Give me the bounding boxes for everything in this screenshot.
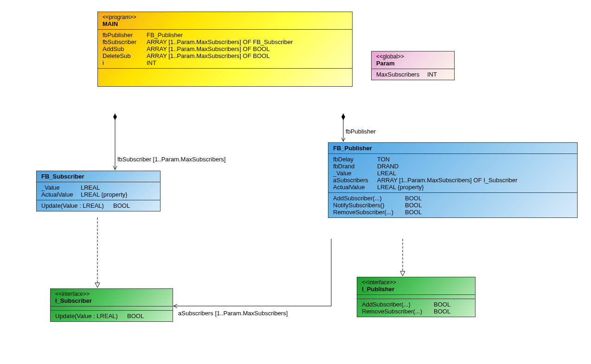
stereotype: <<interface>> [55, 291, 168, 297]
method-ret: BOOL [434, 308, 450, 315]
attr-row: fbDrandDRAND [333, 163, 572, 170]
stereotype: <<global>> [376, 53, 450, 60]
stereotype: <<program>> [103, 14, 347, 20]
class-header: <<program>> MAIN [98, 12, 352, 30]
attr-name: fbPublisher [103, 32, 147, 38]
class-name: I_Publisher [362, 286, 470, 293]
attr-type: LREAL [377, 170, 396, 177]
attr-type: ARRAY [1..Param.MaxSubscribers] OF BOOL [147, 52, 270, 59]
method-row: NotifySubscribers()BOOL [333, 202, 572, 209]
attr-name: _Value [41, 184, 81, 191]
method-ret: BOOL [405, 195, 422, 202]
class-name: MAIN [103, 20, 347, 27]
attr-row: DeleteSubARRAY [1..Param.MaxSubscribers]… [103, 52, 347, 59]
methods: Update(Value : LREAL)BOOL [37, 200, 160, 211]
attr-type: INT [147, 59, 156, 66]
method-row: AddSubscriber(...)BOOL [333, 195, 572, 202]
methods: AddSubscriber(...)BOOL NotifySubscribers… [328, 193, 577, 217]
class-fb-subscriber: FB_Subscriber _ValueLREAL ActualValueLRE… [36, 171, 161, 211]
attr-type: ARRAY [1..Param.MaxSubscribers] OF FB_Su… [147, 38, 293, 45]
class-i-publisher: <<interface>> I_Publisher AddSubscriber(… [357, 277, 475, 317]
attributes [357, 295, 475, 299]
label-fbsubscriber: fbSubscriber [1..Param.MaxSubscribers] [117, 156, 225, 163]
attributes: _ValueLREAL ActualValueLREAL {property} [37, 182, 160, 200]
attr-row: ActualValueLREAL {property} [333, 184, 572, 191]
method-ret: BOOL [405, 202, 422, 209]
method-ret: BOOL [405, 209, 422, 216]
attr-name: fbDelay [333, 156, 377, 163]
attr-type: DRAND [377, 163, 398, 170]
class-name: I_Subscriber [55, 297, 168, 304]
class-main: <<program>> MAIN fbPublisherFB_Publisher… [97, 12, 353, 87]
attr-name: MaxSubscribers [376, 71, 427, 78]
methods: Update(Value : LREAL)BOOL [51, 311, 173, 321]
attr-name: ActualValue [41, 191, 81, 198]
method-name: Update(Value : LREAL) [55, 313, 127, 319]
attr-row: MaxSubscribersINT [376, 71, 450, 78]
class-fb-publisher: FB_Publisher fbDelayTON fbDrandDRAND _Va… [328, 142, 578, 218]
attr-row: fbDelayTON [333, 156, 572, 163]
attr-name: aSubscribers [333, 177, 377, 184]
class-name: Param [376, 60, 450, 67]
attr-type: ARRAY [1..Param.MaxSubscribers] OF I_Sub… [377, 177, 517, 184]
attributes: fbPublisherFB_Publisher fbSubscriberARRA… [98, 30, 352, 69]
method-ret: BOOL [113, 202, 130, 209]
method-row: RemoveSubscriber(...)BOOL [333, 209, 572, 216]
method-name: RemoveSubscriber(...) [333, 209, 405, 216]
attr-type: ARRAY [1..Param.MaxSubscribers] OF BOOL [147, 45, 270, 52]
attr-name: ActualValue [333, 184, 377, 191]
method-row: AddSubscriber(...)BOOL [362, 301, 470, 308]
class-header: FB_Subscriber [37, 171, 160, 182]
class-name: FB_Publisher [333, 145, 572, 152]
method-ret: BOOL [127, 313, 144, 319]
method-ret: BOOL [434, 301, 450, 308]
class-param: <<global>> Param MaxSubscribersINT [371, 51, 455, 80]
attr-row: fbSubscriberARRAY [1..Param.MaxSubscribe… [103, 38, 347, 45]
attr-type: FB_Publisher [147, 32, 183, 38]
label-asubscribers: aSubscribers [1..Param.MaxSubscribers] [178, 310, 288, 317]
method-row: Update(Value : LREAL)BOOL [41, 202, 155, 209]
class-name: FB_Subscriber [41, 173, 155, 180]
stereotype: <<interface>> [362, 279, 470, 286]
method-row: Update(Value : LREAL)BOOL [55, 313, 168, 319]
method-name: NotifySubscribers() [333, 202, 405, 209]
attr-row: aSubscribersARRAY [1..Param.MaxSubscribe… [333, 177, 572, 184]
method-name: AddSubscriber(...) [333, 195, 405, 202]
method-name: AddSubscriber(...) [362, 301, 434, 308]
attr-name: _Value [333, 170, 377, 177]
class-i-subscriber: <<interface>> I_Subscriber Update(Value … [50, 288, 173, 322]
method-row: RemoveSubscriber(...)BOOL [362, 308, 470, 315]
methods [98, 69, 352, 86]
attr-type: LREAL {property} [81, 191, 128, 198]
attr-type: INT [427, 71, 437, 78]
attr-row: ActualValueLREAL {property} [41, 191, 155, 198]
attr-row: AddSubARRAY [1..Param.MaxSubscribers] OF… [103, 45, 347, 52]
label-fbpublisher: fbPublisher [346, 128, 376, 135]
attr-type: LREAL {property} [377, 184, 424, 191]
attr-name: i [103, 59, 147, 66]
attr-row: _ValueLREAL [41, 184, 155, 191]
attributes: MaxSubscribersINT [372, 69, 454, 80]
attributes [51, 307, 173, 311]
attr-name: AddSub [103, 45, 147, 52]
method-name: Update(Value : LREAL) [41, 202, 113, 209]
class-header: FB_Publisher [328, 143, 577, 154]
methods: AddSubscriber(...)BOOL RemoveSubscriber(… [357, 299, 475, 317]
class-header: <<global>> Param [372, 51, 454, 69]
attr-name: fbSubscriber [103, 38, 147, 45]
attr-row: fbPublisherFB_Publisher [103, 32, 347, 38]
attr-type: LREAL [81, 184, 100, 191]
class-header: <<interface>> I_Publisher [357, 277, 475, 295]
attr-type: TON [377, 156, 390, 163]
attr-name: DeleteSub [103, 52, 147, 59]
class-header: <<interface>> I_Subscriber [51, 289, 173, 307]
attributes: fbDelayTON fbDrandDRAND _ValueLREAL aSub… [328, 154, 577, 193]
attr-row: iINT [103, 59, 347, 66]
attr-row: _ValueLREAL [333, 170, 572, 177]
attr-name: fbDrand [333, 163, 377, 170]
diagram-canvas: <<program>> MAIN fbPublisherFB_Publisher… [0, 0, 591, 364]
method-name: RemoveSubscriber(...) [362, 308, 434, 315]
